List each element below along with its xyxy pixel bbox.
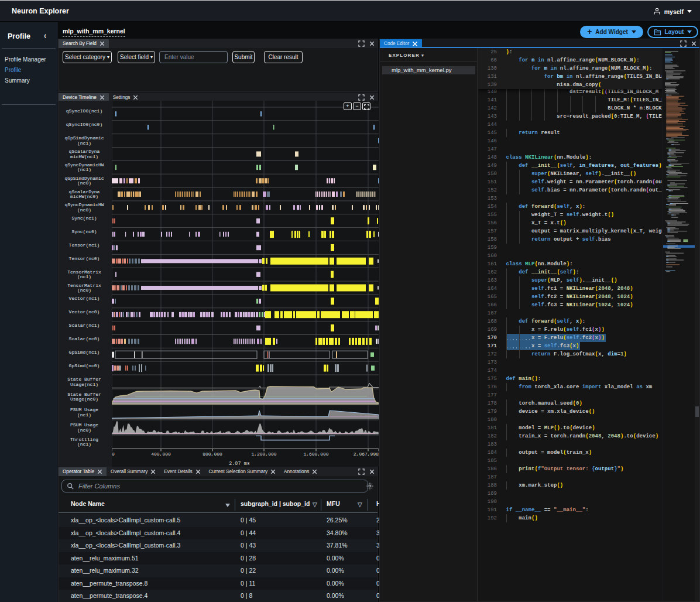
- svg-text:2,067,998: 2,067,998: [354, 452, 379, 457]
- svg-text:1,600,000: 1,600,000: [303, 452, 328, 457]
- svg-text:800,000: 800,000: [203, 452, 222, 457]
- svg-text:1,200,000: 1,200,000: [251, 452, 276, 457]
- svg-text:0: 0: [112, 452, 115, 457]
- svg-text:400,000: 400,000: [151, 452, 171, 457]
- svg-text:2.07 ms: 2.07 ms: [229, 461, 250, 467]
